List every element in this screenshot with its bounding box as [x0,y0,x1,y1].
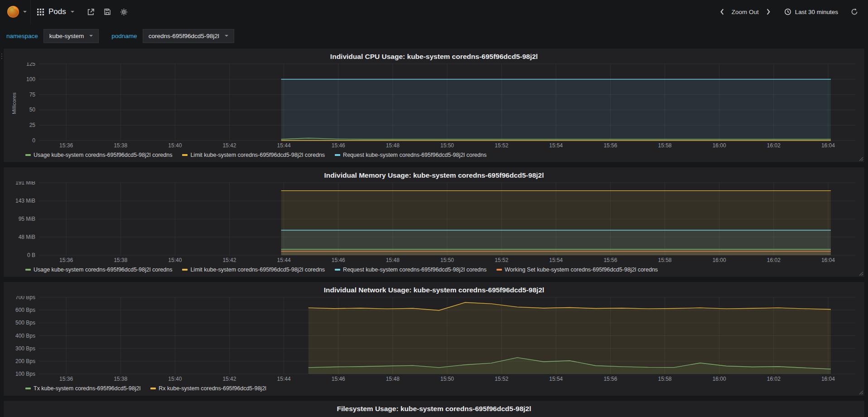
refresh-icon [851,8,858,15]
variable-podname-label: podname [111,33,137,39]
panel-resize-handle[interactable] [859,272,863,276]
time-back-button[interactable] [715,9,729,15]
svg-text:15:58: 15:58 [658,257,672,263]
svg-text:16:04: 16:04 [821,376,835,382]
svg-text:15:42: 15:42 [222,142,236,149]
top-navbar: Pods [0,0,868,24]
variable-podname-dropdown[interactable]: coredns-695f96dcd5-98j2l [143,29,234,43]
settings-gear-icon [120,8,128,16]
svg-text:15:42: 15:42 [222,257,236,263]
svg-text:15:44: 15:44 [277,142,291,149]
legend-item[interactable]: Rx kube-system coredns-695f96dcd5-98j2l [150,385,266,392]
caret-down-icon [23,11,27,13]
svg-text:15:58: 15:58 [658,376,672,382]
variable-namespace-value: kube-system [49,33,84,39]
network-legend: Tx kube-system coredns-695f96dcd5-98j2lR… [7,383,861,394]
zoom-out-button[interactable]: Zoom Out [731,9,760,15]
panel-memory: Individual Memory Usage: kube-system cor… [3,167,865,277]
grafana-logo [6,5,20,19]
svg-text:16:04: 16:04 [821,257,835,263]
chevron-right-icon [766,9,771,15]
legend-item[interactable]: Request kube-system coredns-695f96dcd5-9… [335,267,487,273]
svg-text:16:04: 16:04 [821,142,835,149]
refresh-button[interactable] [846,8,863,15]
svg-text:125: 125 [26,63,35,67]
legend-series-icon [25,388,31,389]
caret-down-icon [89,35,93,37]
time-forward-button[interactable] [762,9,775,15]
legend-series-label: Limit kube-system coredns-695f96dcd5-98j… [190,152,325,158]
legend-item[interactable]: Tx kube-system coredns-695f96dcd5-98j2l [25,385,140,392]
svg-text:200 Bps: 200 Bps [15,358,35,364]
svg-text:143 MiB: 143 MiB [15,198,35,204]
panel-title-cpu[interactable]: Individual CPU Usage: kube-system coredn… [7,51,861,63]
variable-podname-value: coredns-695f96dcd5-98j2l [149,33,219,39]
svg-text:15:46: 15:46 [332,142,345,149]
svg-text:15:48: 15:48 [386,142,400,149]
filesystem-usage-chart[interactable] [7,415,861,417]
svg-text:15:44: 15:44 [277,376,291,382]
svg-text:16:02: 16:02 [767,257,781,263]
svg-text:100: 100 [26,76,35,82]
svg-text:15:48: 15:48 [386,257,400,263]
legend-item[interactable]: Request kube-system coredns-695f96dcd5-9… [335,152,487,158]
svg-text:16:02: 16:02 [767,376,781,382]
panel-title-memory[interactable]: Individual Memory Usage: kube-system cor… [7,170,861,181]
svg-text:15:52: 15:52 [495,142,508,149]
panel-resize-handle[interactable] [859,391,863,395]
memory-usage-chart[interactable]: 0 B48 MiB95 MiB143 MiB191 MiB15:3615:381… [7,181,861,264]
panel-title-filesystem[interactable]: Filesystem Usage: kube-system coredns-69… [7,403,861,415]
svg-text:25: 25 [29,122,36,128]
svg-text:15:50: 15:50 [440,376,454,382]
legend-item[interactable]: Working Set kube-system coredns-695f96dc… [497,267,658,273]
svg-text:500 Bps: 500 Bps [15,320,35,326]
legend-series-icon [335,154,340,156]
save-button[interactable] [99,0,116,24]
panel-network: Individual Network Usage: kube-system co… [3,281,865,396]
svg-text:75: 75 [29,92,36,98]
template-variables-row: namespace kube-system podname coredns-69… [0,24,868,48]
legend-series-icon [150,388,156,389]
panel-title-network[interactable]: Individual Network Usage: kube-system co… [7,284,861,296]
settings-button[interactable] [116,0,132,24]
legend-item[interactable]: Usage kube-system coredns-695f96dcd5-98j… [25,267,172,273]
svg-text:600 Bps: 600 Bps [15,307,35,313]
legend-series-icon [182,154,188,156]
panel-cpu: Individual CPU Usage: kube-system coredn… [3,48,865,163]
legend-item[interactable]: Limit kube-system coredns-695f96dcd5-98j… [182,267,325,273]
panel-resize-handle[interactable] [859,157,863,161]
cpu-usage-chart[interactable]: 025507510012515:3615:3815:4015:4215:4415… [7,63,861,150]
legend-item[interactable]: Limit kube-system coredns-695f96dcd5-98j… [182,152,325,158]
variable-podname: podname coredns-695f96dcd5-98j2l [111,29,234,43]
svg-text:16:00: 16:00 [713,142,726,149]
memory-legend: Usage kube-system coredns-695f96dcd5-98j… [7,264,861,275]
caret-down-icon [225,35,228,37]
svg-text:16:00: 16:00 [713,257,726,263]
panel-resize-icon [859,157,863,161]
panel-resize-icon [859,272,863,276]
network-usage-chart[interactable]: 100 Bps200 Bps300 Bps400 Bps500 Bps600 B… [7,296,861,383]
dashboard-picker[interactable]: Pods [30,0,82,24]
time-range-picker[interactable]: Last 30 minutes [784,8,838,15]
variable-namespace-dropdown[interactable]: kube-system [43,29,99,43]
svg-text:100 Bps: 100 Bps [15,371,35,377]
svg-text:15:56: 15:56 [603,142,617,149]
svg-text:15:48: 15:48 [386,376,400,382]
share-button[interactable] [82,0,99,24]
legend-item[interactable]: Usage kube-system coredns-695f96dcd5-98j… [25,152,172,158]
legend-series-icon [25,154,31,156]
svg-text:15:52: 15:52 [495,376,508,382]
time-range-label: Last 30 minutes [795,9,838,15]
svg-text:15:38: 15:38 [114,376,127,382]
legend-series-label: Usage kube-system coredns-695f96dcd5-98j… [34,152,172,158]
share-icon [87,8,95,16]
svg-text:15:46: 15:46 [332,376,345,382]
grafana-menu-button[interactable] [4,3,30,20]
cpu-legend: Usage kube-system coredns-695f96dcd5-98j… [7,150,861,160]
svg-text:95 MiB: 95 MiB [19,216,35,222]
legend-series-label: Rx kube-system coredns-695f96dcd5-98j2l [159,385,266,392]
svg-text:15:54: 15:54 [549,257,563,263]
clock-icon [784,8,791,15]
svg-text:191 MiB: 191 MiB [15,181,35,186]
svg-text:15:36: 15:36 [59,376,73,382]
